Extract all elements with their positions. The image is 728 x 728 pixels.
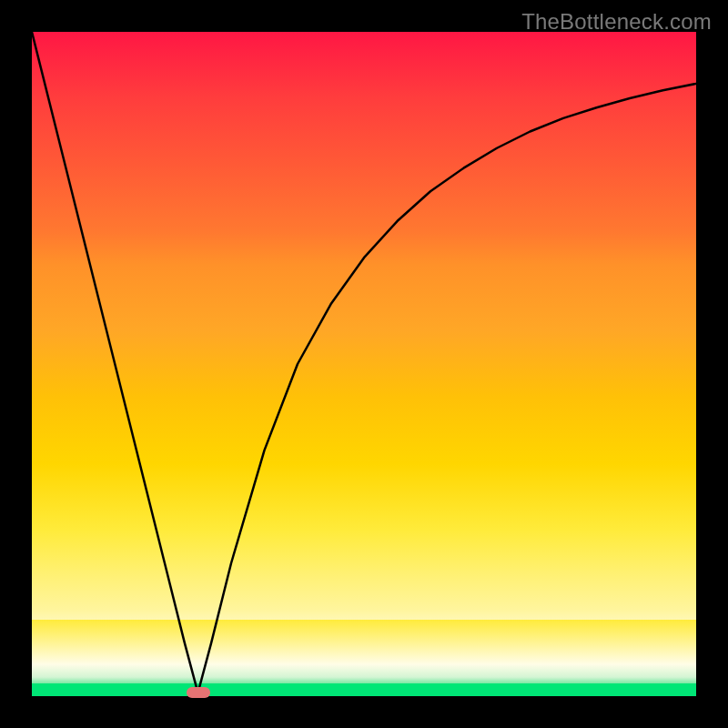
curve-svg — [32, 32, 696, 696]
plot-area — [32, 32, 696, 696]
watermark-text: TheBottleneck.com — [521, 9, 712, 35]
minimum-marker — [187, 687, 210, 698]
bottleneck-curve — [32, 32, 696, 693]
chart-container: TheBottleneck.com — [0, 0, 728, 728]
